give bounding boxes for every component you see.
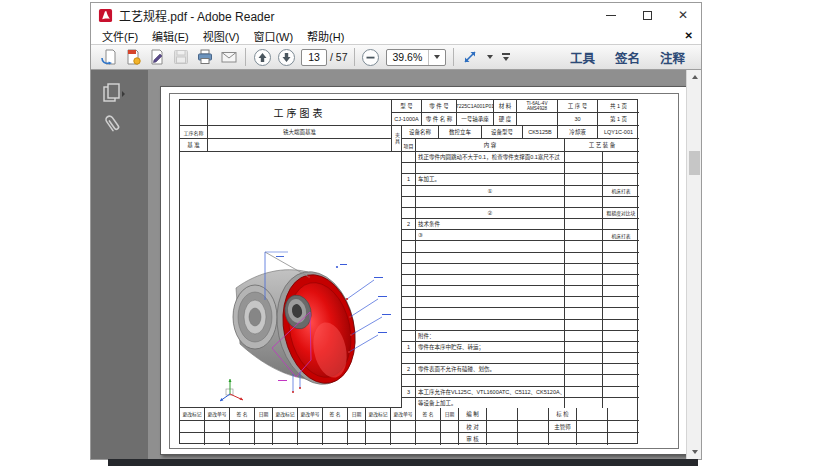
vertical-scrollbar[interactable] <box>686 70 701 459</box>
page-down-icon <box>277 48 296 67</box>
blank-date-cell <box>608 433 638 445</box>
table-row <box>402 253 639 264</box>
page-number-input[interactable]: 13 <box>301 49 327 66</box>
row-content <box>416 320 565 330</box>
save-button[interactable] <box>169 46 193 68</box>
row-tooling <box>603 174 639 184</box>
proof-label-cell: 校 对 <box>459 421 487 433</box>
toolbar-overflow-button[interactable] <box>502 53 510 61</box>
blank-sign-cell <box>577 433 608 445</box>
row-tooling <box>603 253 639 263</box>
row-tooling <box>603 364 639 374</box>
table-row: 2 技术条件 <box>402 219 639 230</box>
previous-page-button[interactable] <box>250 46 274 68</box>
row-tooling-blank <box>565 219 603 229</box>
zoom-out-button[interactable] <box>359 46 383 68</box>
close-button[interactable]: ✕ <box>665 3 701 27</box>
create-pdf-button[interactable] <box>121 46 145 68</box>
page-total-label: / 57 <box>330 51 348 63</box>
adobe-reader-logo-icon <box>98 8 113 23</box>
row-tooling-blank <box>565 342 603 352</box>
edit-date-cell <box>518 408 549 420</box>
zoom-level-select[interactable]: 39.6% <box>386 49 447 66</box>
row-content: 技术条件 <box>416 219 565 229</box>
table-row <box>402 297 639 308</box>
fill-sign-button[interactable] <box>145 46 169 68</box>
op-name-label-cell: 工序名称 <box>180 126 208 139</box>
part-no-label-cell: 零 件 号 <box>422 100 457 113</box>
screen: 工艺规程.pdf - Adobe Reader ✕ 文件(F)编辑(E)视图(V… <box>0 0 830 467</box>
row-content <box>416 297 565 307</box>
row-content: ② <box>416 208 565 218</box>
close-icon: ✕ <box>678 9 688 21</box>
row-number: 1 <box>402 342 416 352</box>
chevron-down-icon[interactable] <box>487 55 493 59</box>
panel-button[interactable]: 注释 <box>650 48 695 67</box>
table-row <box>402 353 639 364</box>
row-tooling <box>603 297 639 307</box>
check-label-cell: 标 检 <box>549 408 577 420</box>
corner-cell <box>180 100 208 126</box>
row-number <box>402 375 416 385</box>
table-row: 1 车加工。 <box>402 174 639 185</box>
menu-item[interactable]: 文件(F) <box>95 28 145 44</box>
row-content <box>416 264 565 274</box>
row-number <box>402 308 416 318</box>
menu-item[interactable]: 帮助(H) <box>300 28 351 44</box>
menu-item[interactable]: 视图(V) <box>196 28 247 44</box>
minimize-button[interactable] <box>593 3 629 27</box>
scroll-down-button[interactable] <box>687 445 702 459</box>
page-thumbnails-button[interactable] <box>91 79 148 109</box>
row-number <box>402 163 416 173</box>
row-tooling-blank <box>565 353 603 363</box>
menu-item[interactable]: 编辑(E) <box>145 28 196 44</box>
change-record-header: 更改标记 <box>180 408 205 420</box>
email-button[interactable] <box>217 46 241 68</box>
row-number <box>402 253 416 263</box>
next-page-button[interactable] <box>274 46 298 68</box>
row-tooling-blank <box>565 320 603 330</box>
hardness-value-cell <box>517 113 558 126</box>
op-no-label-cell: 工 序 号 <box>558 100 598 113</box>
fit-window-button[interactable] <box>458 46 482 68</box>
item-label-cell: 项目 <box>402 139 416 152</box>
row-number: 1 <box>402 174 416 184</box>
scrollbar-thumb[interactable] <box>689 151 700 175</box>
chief-date-cell <box>608 421 638 433</box>
table-row: 3 本工序允许在VL125C、VTL1600ATC、C5112、CK5120A、… <box>402 387 639 398</box>
row-tooling: 粗糙度对比块 <box>603 208 639 218</box>
row-number <box>402 208 416 218</box>
attachments-button[interactable] <box>91 109 148 139</box>
change-record-header: 更改单号 <box>298 408 323 420</box>
sheet-title: 工序图表 <box>274 105 326 120</box>
table-row: 等设备上加工。 <box>402 398 639 408</box>
panel-button[interactable]: 工具 <box>560 48 605 67</box>
row-number <box>402 353 416 363</box>
part-drawing-cell <box>180 152 402 408</box>
row-content: 本工序允许在VL125C、VTL1600ATC、C5112、CK5120A、CH… <box>416 387 565 397</box>
minimize-icon <box>606 15 616 16</box>
zoom-out-icon <box>361 48 380 67</box>
row-tooling <box>603 197 639 207</box>
part-name-label-cell: 零 件 名 称 <box>422 113 457 126</box>
panel-button[interactable]: 签名 <box>605 48 650 67</box>
scroll-up-button[interactable] <box>687 70 702 84</box>
row-number: 2 <box>402 219 416 229</box>
table-row: 1 零件在本序中贮存、转运； <box>402 342 639 353</box>
document-close-icon[interactable]: ✕ <box>685 30 693 41</box>
content-label-cell: 内 容 <box>416 139 565 152</box>
row-number <box>402 297 416 307</box>
process-content-rows: 找正零件内圆跳动不大于0.1，检查零件支撑面0.1塞尺不过 <box>402 152 639 408</box>
chevron-down-icon <box>503 57 509 61</box>
change-record-header: 签 名 <box>323 408 348 420</box>
equip-name-label-cell: 设备名称 <box>402 126 439 139</box>
toolbar-separator <box>245 48 246 66</box>
row-tooling-blank <box>565 275 603 285</box>
email-icon <box>220 48 238 66</box>
menu-item[interactable]: 窗口(W) <box>246 28 300 44</box>
row-number: 3 <box>402 387 416 397</box>
maximize-button[interactable] <box>629 3 665 27</box>
open-button[interactable] <box>97 46 121 68</box>
print-icon <box>196 48 214 66</box>
print-button[interactable] <box>193 46 217 68</box>
